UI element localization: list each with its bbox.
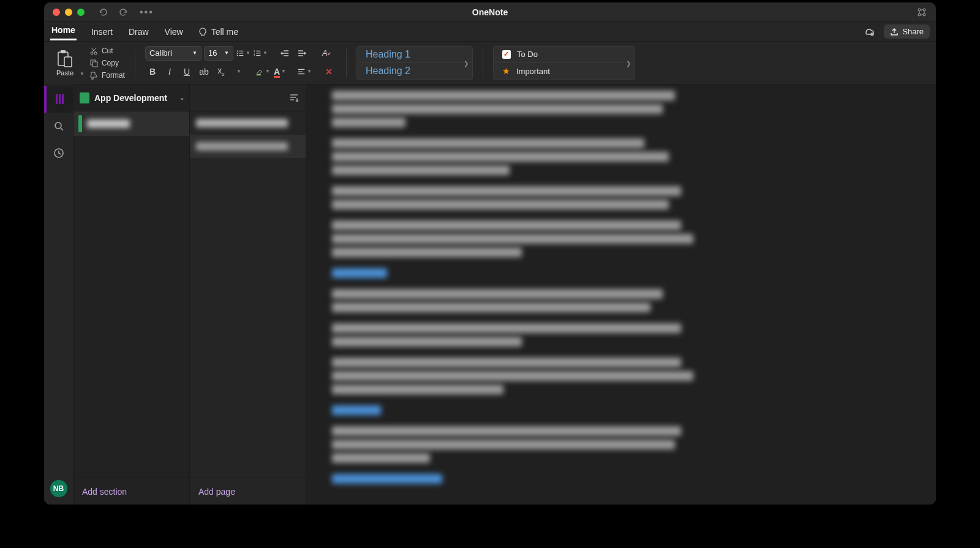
pages-panel: Add page: [190, 84, 306, 505]
format-label: Format: [102, 71, 125, 80]
styles-gallery[interactable]: Heading 1 Heading 2 ❯: [356, 46, 473, 80]
divider: [346, 49, 347, 77]
underline-button[interactable]: U: [179, 64, 194, 79]
svg-point-9: [94, 52, 97, 54]
sync-status-icon[interactable]: [863, 26, 875, 38]
window-controls: [44, 9, 85, 16]
undo-button[interactable]: [98, 7, 108, 17]
user-avatar: NB: [50, 480, 67, 497]
maximize-window-button[interactable]: [77, 9, 85, 16]
search-nav[interactable]: [44, 113, 74, 140]
checkbox-icon: ✓: [502, 50, 511, 59]
chevron-down-icon: ▼: [192, 50, 197, 56]
share-button[interactable]: Share: [884, 24, 930, 39]
tag-to-do[interactable]: ✓ To Do: [494, 47, 635, 64]
svg-rect-19: [257, 74, 261, 75]
svg-rect-20: [56, 94, 58, 104]
style-heading-2[interactable]: Heading 2: [357, 63, 472, 80]
svg-point-3: [923, 13, 925, 16]
indent-button[interactable]: [295, 46, 309, 61]
svg-point-12: [237, 50, 238, 51]
highlight-button[interactable]: ▼: [255, 64, 270, 79]
format-painter-button[interactable]: Format: [89, 70, 125, 81]
account-button[interactable]: NB: [50, 480, 67, 505]
strikethrough-button[interactable]: ab: [197, 64, 211, 79]
svg-point-0: [918, 9, 921, 11]
svg-point-14: [237, 54, 238, 56]
tell-me-search[interactable]: Tell me: [198, 27, 238, 37]
font-size-select[interactable]: 16 ▼: [204, 46, 233, 61]
more-button[interactable]: •••: [140, 7, 154, 18]
share-label: Share: [902, 27, 924, 36]
bold-button[interactable]: B: [145, 64, 160, 79]
note-canvas[interactable]: [306, 84, 936, 505]
styles-expand[interactable]: ❯: [464, 59, 469, 66]
superscript-button[interactable]: ▼: [231, 64, 246, 79]
minimize-window-button[interactable]: [65, 9, 72, 16]
svg-rect-11: [92, 62, 97, 67]
cut-button[interactable]: Cut: [89, 45, 125, 56]
tab-insert[interactable]: Insert: [90, 24, 114, 39]
notebooks-nav[interactable]: [44, 86, 74, 113]
svg-rect-6: [61, 50, 66, 53]
page-item-selected[interactable]: [190, 135, 306, 158]
clear-formatting-button[interactable]: A: [319, 46, 334, 61]
svg-rect-21: [59, 94, 61, 104]
notebook-icon: [80, 92, 89, 103]
quick-access-toolbar: •••: [98, 7, 154, 18]
divider: [483, 49, 483, 77]
numbered-list-button[interactable]: 123 ▼: [253, 46, 268, 61]
expand-layout-icon[interactable]: [916, 7, 927, 18]
chevron-down-icon: ▼: [224, 50, 229, 56]
sort-pages-button[interactable]: [288, 92, 300, 103]
tags-group: ✓ To Do ★ Important ❯: [493, 46, 635, 80]
tag-important[interactable]: ★ Important: [494, 63, 635, 80]
main-body: NB App Development ⌄ Add section: [44, 84, 936, 505]
svg-point-2: [918, 13, 921, 16]
font-size-value: 16: [208, 48, 217, 58]
notebook-selector[interactable]: App Development ⌄: [74, 84, 189, 111]
italic-button[interactable]: I: [162, 64, 177, 79]
copy-label: Copy: [102, 59, 119, 67]
tab-view[interactable]: View: [164, 24, 184, 39]
svg-point-13: [237, 52, 238, 53]
svg-point-8: [91, 52, 93, 54]
delete-button[interactable]: [322, 64, 336, 79]
close-window-button[interactable]: [53, 9, 60, 16]
align-button[interactable]: ▼: [297, 64, 312, 79]
chevron-down-icon: ⌄: [179, 94, 184, 101]
subscript-button[interactable]: x2: [214, 64, 228, 79]
add-section-button[interactable]: Add section: [74, 478, 189, 505]
tab-home[interactable]: Home: [50, 23, 77, 40]
paste-button[interactable]: Paste: [50, 46, 80, 80]
outdent-button[interactable]: [277, 46, 292, 61]
titlebar: ••• OneNote: [44, 2, 936, 22]
page-title-redacted: [196, 119, 288, 127]
paste-dropdown[interactable]: ▼: [80, 71, 85, 77]
bullet-list-button[interactable]: ▼: [236, 46, 251, 61]
font-group: Calibri ▼ 16 ▼ ▼ 123 ▼: [145, 46, 336, 80]
app-title: OneNote: [472, 7, 508, 17]
tab-draw[interactable]: Draw: [127, 24, 150, 39]
font-family-value: Calibri: [149, 48, 172, 58]
svg-text:3: 3: [254, 54, 255, 57]
add-page-button[interactable]: Add page: [190, 478, 306, 505]
style-heading-1[interactable]: Heading 1: [357, 47, 472, 64]
ribbon: Paste ▼ Cut Copy Format: [44, 42, 936, 84]
titlebar-right: [916, 7, 936, 18]
recent-nav[interactable]: [44, 140, 74, 167]
font-family-select[interactable]: Calibri ▼: [145, 46, 202, 61]
page-title-redacted: [196, 142, 288, 151]
section-item[interactable]: [74, 111, 189, 136]
font-color-button[interactable]: A ▼: [273, 64, 287, 79]
clipboard-group: Paste ▼ Cut Copy Format: [50, 46, 125, 80]
page-item[interactable]: [190, 111, 306, 135]
app-window: ••• OneNote Home Insert Draw View Tell m…: [44, 2, 936, 505]
copy-button[interactable]: Copy: [89, 58, 125, 69]
svg-rect-7: [64, 57, 72, 67]
redo-button[interactable]: [119, 7, 129, 17]
tags-gallery[interactable]: ✓ To Do ★ Important ❯: [493, 46, 635, 80]
tags-expand[interactable]: ❯: [626, 59, 631, 66]
cut-label: Cut: [102, 47, 113, 55]
paste-label: Paste: [56, 69, 74, 77]
